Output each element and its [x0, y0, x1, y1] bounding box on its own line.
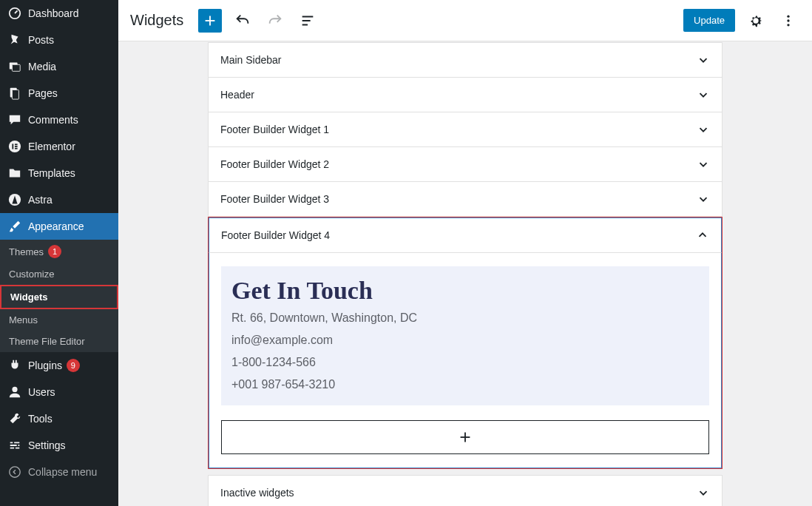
- appearance-submenu: Themes 1 Customize Widgets Menus Theme F…: [0, 240, 118, 352]
- svg-rect-7: [15, 144, 18, 145]
- sidebar-item-label: Plugins: [28, 360, 62, 371]
- subitem-label: Menus: [9, 314, 38, 325]
- sliders-icon: [7, 438, 22, 453]
- svg-point-11: [12, 387, 17, 392]
- page-title: Widgets: [130, 12, 183, 29]
- sidebar-item-label: Tools: [28, 413, 53, 425]
- sidebar-item-label: Astra: [28, 194, 53, 206]
- widget-line: 1-800-1234-566: [231, 354, 699, 371]
- plus-icon: [457, 429, 473, 445]
- chevron-down-icon: [697, 123, 710, 136]
- panel-toggle[interactable]: Inactive widgets: [209, 476, 722, 506]
- subitem-menus[interactable]: Menus: [0, 309, 118, 331]
- pin-icon: [7, 33, 22, 47]
- svg-point-14: [787, 19, 789, 21]
- chevron-down-icon: [697, 192, 710, 206]
- subitem-label: Widgets: [10, 291, 47, 303]
- sidebar-item-label: Users: [28, 386, 55, 398]
- subitem-themes[interactable]: Themes 1: [0, 240, 118, 263]
- sidebar-item-templates[interactable]: Templates: [0, 160, 118, 186]
- sidebar-item-posts[interactable]: Posts: [0, 27, 118, 53]
- sidebar-item-dashboard[interactable]: Dashboard: [0, 0, 118, 27]
- undo-button[interactable]: [231, 9, 254, 33]
- sidebar-item-label: Collapse menu: [28, 466, 97, 478]
- svg-rect-4: [12, 90, 18, 100]
- media-icon: [7, 59, 22, 74]
- panel-footer-4: Footer Builder Widget 4 Get In Touch Rt.…: [208, 217, 723, 469]
- main-area: Widgets Update: [118, 0, 812, 506]
- more-button[interactable]: [777, 9, 800, 33]
- sidebar-item-collapse[interactable]: Collapse menu: [0, 459, 118, 485]
- sidebar-item-pages[interactable]: Pages: [0, 80, 118, 107]
- widget-line: +001 987-654-3210: [231, 376, 699, 394]
- redo-icon: [267, 13, 283, 29]
- list-icon: [300, 13, 316, 29]
- collapse-icon: [7, 465, 22, 479]
- panel-footer-3: Footer Builder Widget 3: [208, 182, 723, 217]
- gear-icon: [748, 13, 764, 29]
- panel-title: Footer Builder Widget 3: [220, 193, 329, 205]
- editor-topbar: Widgets Update: [118, 0, 812, 41]
- badge-count: 9: [67, 359, 80, 372]
- chevron-down-icon: [697, 53, 710, 67]
- svg-point-12: [10, 467, 20, 477]
- panel-footer-2: Footer Builder Widget 2: [208, 147, 723, 182]
- sidebar-item-elementor[interactable]: Elementor: [0, 133, 118, 160]
- sidebar-item-label: Elementor: [28, 141, 75, 152]
- panel-toggle[interactable]: Footer Builder Widget 4: [209, 217, 722, 253]
- subitem-label: Themes: [9, 246, 44, 257]
- widget-block[interactable]: Get In Touch Rt. 66, Downtown, Washingto…: [221, 266, 709, 405]
- panel-toggle[interactable]: Footer Builder Widget 2: [209, 147, 722, 181]
- sidebar-item-media[interactable]: Media: [0, 53, 118, 80]
- add-block-button[interactable]: [198, 9, 222, 33]
- panel-title: Inactive widgets: [220, 487, 294, 499]
- admin-sidebar: Dashboard Posts Media Pages Comments Ele…: [0, 0, 118, 506]
- panel-toggle[interactable]: Footer Builder Widget 1: [209, 112, 722, 146]
- wrench-icon: [7, 411, 22, 426]
- panel-title: Footer Builder Widget 2: [220, 158, 329, 170]
- settings-button[interactable]: [744, 9, 768, 33]
- panel-inactive-widgets: Inactive widgets: [208, 475, 723, 506]
- sidebar-item-comments[interactable]: Comments: [0, 107, 118, 133]
- panel-toggle[interactable]: Main Sidebar: [209, 43, 722, 77]
- svg-rect-6: [12, 144, 13, 149]
- add-block-row[interactable]: [221, 420, 709, 454]
- undo-icon: [234, 13, 251, 29]
- sidebar-item-label: Dashboard: [28, 7, 79, 19]
- sidebar-item-astra[interactable]: Astra: [0, 186, 118, 213]
- sidebar-item-plugins[interactable]: Plugins 9: [0, 352, 118, 379]
- widget-line: info@example.com: [231, 331, 699, 349]
- panel-title: Footer Builder Widget 1: [220, 124, 329, 135]
- panel-main-sidebar: Main Sidebar: [208, 42, 723, 78]
- panel-toggle[interactable]: Header: [209, 78, 722, 112]
- svg-rect-2: [12, 64, 20, 71]
- panel-footer-1: Footer Builder Widget 1: [208, 112, 723, 147]
- plus-icon: [202, 13, 218, 29]
- sidebar-item-label: Appearance: [28, 220, 84, 232]
- sidebar-item-tools[interactable]: Tools: [0, 405, 118, 432]
- user-icon: [7, 385, 22, 399]
- subitem-widgets[interactable]: Widgets: [0, 285, 118, 309]
- sidebar-item-users[interactable]: Users: [0, 379, 118, 405]
- sidebar-item-settings[interactable]: Settings: [0, 432, 118, 459]
- plug-icon: [7, 358, 22, 373]
- subitem-theme-file-editor[interactable]: Theme File Editor: [0, 331, 118, 352]
- widget-heading: Get In Touch: [231, 277, 699, 305]
- panel-title: Footer Builder Widget 4: [221, 229, 330, 241]
- astra-icon: [7, 192, 22, 207]
- sidebar-item-appearance[interactable]: Appearance: [0, 213, 118, 240]
- update-button[interactable]: Update: [683, 9, 735, 32]
- comment-icon: [7, 112, 22, 127]
- list-view-button[interactable]: [296, 9, 319, 33]
- chevron-down-icon: [697, 158, 710, 171]
- subitem-label: Customize: [9, 269, 54, 280]
- chevron-down-icon: [697, 486, 710, 499]
- subitem-customize[interactable]: Customize: [0, 263, 118, 285]
- panel-toggle[interactable]: Footer Builder Widget 3: [209, 182, 722, 216]
- redo-button[interactable]: [263, 9, 287, 33]
- subitem-label: Theme File Editor: [9, 336, 85, 347]
- badge-count: 1: [48, 245, 61, 258]
- svg-rect-8: [15, 146, 18, 147]
- panel-body: Get In Touch Rt. 66, Downtown, Washingto…: [209, 253, 722, 468]
- widget-line: Rt. 66, Downtown, Washington, DC: [231, 309, 699, 327]
